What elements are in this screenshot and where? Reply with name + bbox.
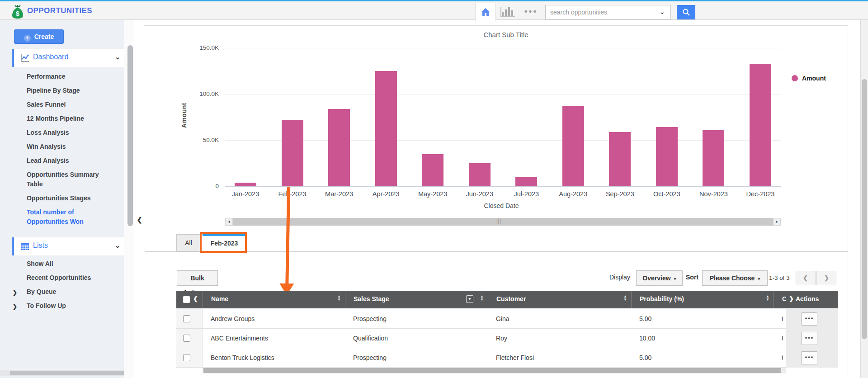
annotation-arrow: [279, 187, 299, 296]
sort-icon[interactable]: ▲▼: [766, 295, 769, 301]
bulk-actions-button[interactable]: Bulk Actions▾: [177, 270, 218, 286]
chart-horizontal-scrollbar[interactable]: ◂ ||| ▸: [225, 218, 781, 226]
filter-icon[interactable]: ▼: [466, 295, 473, 303]
row-checkbox[interactable]: [183, 335, 190, 342]
chevron-right-icon: ❯: [13, 288, 17, 298]
tab-all[interactable]: All: [176, 234, 201, 251]
sidebar-item-label: Show All: [27, 260, 53, 267]
sidebar-item-label: Opportunities Summary Table: [27, 171, 99, 188]
sidebar-item-total-number-of-opportunities-won[interactable]: Total number of Opportunities Won: [27, 208, 115, 227]
row-checkbox[interactable]: [183, 315, 190, 322]
table-row[interactable]: ABC EntertainmentsQualificationRoy10.000…: [176, 329, 838, 348]
sidebar-item-loss-analysis[interactable]: Loss Analysis: [27, 128, 115, 137]
chevron-right-icon[interactable]: ❯: [789, 295, 794, 302]
sidebar-item-label: Loss Analysis: [27, 129, 69, 136]
column-header-actions: ❯Actions: [786, 291, 838, 308]
row-actions-button[interactable]: ●●●: [801, 312, 817, 326]
select-all-checkbox[interactable]: [183, 296, 190, 303]
x-axis-tick-label: Dec-2023: [738, 190, 783, 198]
table-row[interactable]: Andrew GroupsProspectingGina5.0002/●●●: [176, 309, 838, 329]
reports-button[interactable]: [500, 6, 515, 18]
sort-icon[interactable]: ▲▼: [480, 295, 484, 301]
bar-may-2023: [422, 154, 443, 186]
x-axis-title: Closed Date: [366, 202, 637, 209]
home-button[interactable]: [475, 3, 496, 21]
cell-closed: 02/: [774, 329, 783, 348]
sidebar-item-recent-opportunities[interactable]: Recent Opportunities: [27, 273, 115, 283]
row-checkbox[interactable]: [183, 354, 190, 361]
scrollbar-thumb[interactable]: [862, 79, 867, 339]
sort-icon[interactable]: ▲▼: [337, 295, 341, 301]
cell-customer: Gina: [488, 309, 631, 328]
gridline: [225, 140, 781, 141]
create-button[interactable]: +Create: [14, 29, 64, 44]
table-row[interactable]: Benton Truck LogisticsProspectingFletche…: [176, 348, 838, 368]
chevron-down-icon[interactable]: ⌄: [115, 242, 120, 249]
bar-feb-2023: [282, 120, 303, 186]
scroll-left-arrow-icon[interactable]: ◂: [225, 218, 233, 226]
svg-text:$: $: [16, 10, 19, 17]
sort-icon[interactable]: ▲▼: [623, 295, 627, 301]
bar-apr-2023: [375, 71, 397, 186]
chevron-down-icon[interactable]: ⌄: [115, 53, 120, 61]
sidebar-item-sales-funnel[interactable]: Sales Funnel: [27, 100, 115, 109]
sidebar-item-pipeline-by-stage[interactable]: Pipeline By Stage: [27, 86, 115, 95]
row-actions-button[interactable]: ●●●: [801, 351, 817, 364]
scrollbar-thumb[interactable]: [203, 368, 781, 373]
sidebar-item-label: Lead Analysis: [27, 157, 69, 164]
column-header-name: Name▲▼: [203, 291, 345, 308]
table-horizontal-scrollbar[interactable]: [203, 368, 786, 373]
caret-down-icon: ▾: [674, 276, 676, 281]
chevron-down-icon: ⌄: [660, 9, 665, 15]
cell-actions: ●●●: [786, 348, 838, 368]
sidebar-item-label: To Follow Up: [27, 302, 66, 309]
bar-oct-2023: [656, 127, 678, 186]
sidebar-horizontal-scrollbar[interactable]: [0, 370, 124, 376]
cell-actions: ●●●: [786, 329, 838, 348]
legend-label: Amount: [802, 75, 826, 82]
ellipsis-icon[interactable]: ●●●: [523, 5, 539, 18]
next-page-button[interactable]: ❯: [816, 271, 837, 285]
gridline: [225, 94, 781, 94]
sidebar-vertical-scrollbar[interactable]: [124, 20, 134, 378]
sort-dropdown[interactable]: Please Choose▾: [702, 270, 768, 286]
scrollbar-grip[interactable]: |||: [496, 219, 501, 224]
search-input[interactable]: [546, 5, 654, 19]
cell-probability: 5.00: [631, 309, 774, 328]
scrollbar-thumb[interactable]: [127, 45, 133, 226]
sidebar-item-to-follow-up[interactable]: ❯To Follow Up: [27, 301, 115, 311]
display-label: Display: [609, 274, 630, 281]
sidebar-item-list: PerformancePipeline By StageSales Funnel…: [0, 67, 124, 237]
scrollbar-thumb[interactable]: [10, 371, 124, 375]
sidebar-item-opportunities-summary-table[interactable]: Opportunities Summary Table: [27, 170, 115, 189]
sidebar-section-dashboard[interactable]: Dashboard⌄: [12, 49, 124, 67]
display-dropdown[interactable]: Overview▾: [636, 270, 683, 286]
sidebar-item-performance[interactable]: Performance: [27, 72, 115, 81]
cell-probability: 10.00: [631, 329, 774, 348]
sidebar-section-lists[interactable]: Lists⌄: [12, 237, 124, 255]
page-vertical-scrollbar[interactable]: [860, 20, 868, 378]
bar-aug-2023: [562, 106, 584, 186]
column-header-sales_stage: Sales Stage▼▲▼: [345, 291, 488, 308]
chevron-left-icon[interactable]: ❮: [193, 295, 198, 302]
bar-mar-2023: [328, 109, 350, 186]
sidebar-item-by-queue[interactable]: ❯By Queue: [27, 287, 115, 297]
sidebar: +Create Dashboard⌄PerformancePipeline By…: [0, 20, 124, 378]
sidebar-item-opportunities-stages[interactable]: Opportunities Stages: [27, 194, 115, 203]
row-actions-button[interactable]: ●●●: [801, 332, 817, 345]
search-scope-dropdown[interactable]: ⌄: [656, 6, 669, 18]
search-button[interactable]: [677, 5, 695, 19]
sidebar-item-lead-analysis[interactable]: Lead Analysis: [27, 156, 115, 165]
prev-page-button[interactable]: ❮: [795, 271, 816, 285]
sidebar-item-12-months-pipeline[interactable]: 12 Months Pipeline: [27, 114, 115, 123]
x-axis-tick-label: Jul-2023: [504, 190, 549, 198]
sidebar-item-show-all[interactable]: Show All: [27, 259, 115, 269]
sidebar-item-win-analysis[interactable]: Win Analysis: [27, 142, 115, 151]
home-icon: [480, 7, 491, 18]
chart-legend: Amount: [792, 74, 826, 82]
column-header-label: Actions: [796, 295, 819, 302]
opportunities-table: ❮Name▲▼Sales Stage▼▲▼Customer▲▼Probabili…: [176, 291, 838, 377]
column-header-label: Customer: [496, 295, 526, 302]
scroll-right-arrow-icon[interactable]: ▸: [773, 218, 781, 226]
cell-customer: Roy: [488, 329, 631, 348]
